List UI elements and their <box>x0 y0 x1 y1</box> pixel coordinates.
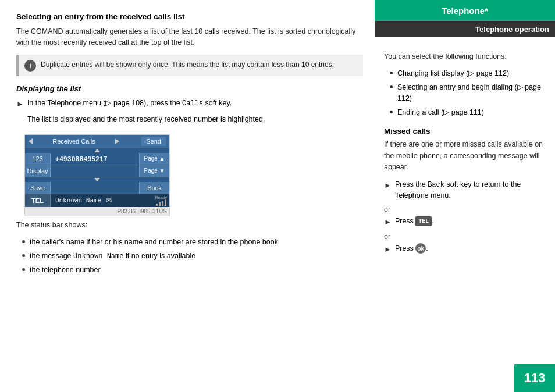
instruction-2: ► The list is displayed and the most rec… <box>16 114 363 126</box>
or-text-2: or <box>384 233 545 241</box>
right-bullet-dot-2 <box>390 85 393 88</box>
right-bullet-dot-3 <box>390 111 393 113</box>
nav-left-icon <box>29 138 33 144</box>
header: Telephone* Telephone operation <box>375 0 555 37</box>
scroll-down-icon <box>94 178 100 181</box>
right-bullet-text-2: Selecting an entry and begin dialing (▷ … <box>397 82 545 104</box>
right-instruction-1: ► Press the Back soft key to return to t… <box>384 179 545 201</box>
missed-calls-text: If there are one or more missed calls av… <box>384 139 545 173</box>
right-bullet-3: Ending a call (▷ page 111) <box>390 107 545 118</box>
info-box: i Duplicate entries will be shown only o… <box>16 55 363 76</box>
phone-screen: Received Calls Send 123 +493088495217 Pa… <box>25 135 169 207</box>
right-column: You can select the following functions: … <box>375 41 555 270</box>
unknown-name-cell: Unknown Name ✉ <box>51 194 139 207</box>
right-bullet-list: Changing list display (▷ page 112) Selec… <box>390 68 545 117</box>
calls-code: Calls <box>182 99 203 108</box>
nav-label: Received Calls <box>52 138 95 145</box>
sub-heading-displaying: Displaying the list <box>16 84 363 93</box>
right-bullet-1: Changing list display (▷ page 112) <box>390 68 545 79</box>
display-btn: Display <box>25 165 51 177</box>
right-instruction-1-text: Press the Back soft key to return to the… <box>395 179 545 201</box>
right-arrow-icon-3: ► <box>384 244 392 255</box>
back-btn: Back <box>139 182 169 194</box>
tel-button: TEL <box>415 216 432 226</box>
right-intro: You can select the following functions: <box>384 51 545 62</box>
bullet-text-3: the telephone number <box>30 265 101 276</box>
arrow-icon-1: ► <box>16 98 24 110</box>
tel-label: TEL <box>25 194 51 207</box>
right-instruction-3: ► Press ok. <box>384 243 545 255</box>
header-title: Telephone* <box>375 0 555 21</box>
phone-bottom-mid <box>51 182 139 194</box>
bullet-dot-1 <box>22 240 25 243</box>
send-btn: Send <box>141 137 166 146</box>
page-number: 113 <box>514 364 555 392</box>
unknown-name-code: Unknown Name <box>73 252 123 261</box>
or-text-1: or <box>384 205 545 213</box>
right-bullet-2: Selecting an entry and begin dialing (▷ … <box>390 82 545 104</box>
status-bar-intro: The status bar shows: <box>16 220 363 231</box>
right-arrow-icon-2: ► <box>384 216 392 228</box>
signal-bars <box>156 200 167 206</box>
envelope-icon: ✉ <box>106 197 112 205</box>
bullet-dot-3 <box>22 268 25 271</box>
instruction-2-text: The list is displayed and the most recen… <box>27 114 265 125</box>
phone-number: +493088495217 <box>51 153 139 165</box>
bullet-item-2: the message Unknown Name if no entry is … <box>22 251 363 262</box>
status-area: Ready <box>139 194 169 207</box>
signal-bar-2 <box>159 202 161 206</box>
phone-mid-empty <box>51 165 139 177</box>
signal-bar-4 <box>165 200 166 206</box>
phone-caption: P82.86-3985-31US <box>25 207 169 216</box>
right-instruction-2: ► Press TEL. <box>384 216 545 228</box>
intro-text: The COMAND automatically generates a lis… <box>16 26 363 49</box>
bullet-text-2: the message Unknown Name if no entry is … <box>30 251 195 262</box>
header-subtitle: Telephone operation <box>375 21 555 37</box>
right-bullet-dot-1 <box>390 72 393 74</box>
instruction-1: ► In the Telephone menu (▷ page 108), pr… <box>16 98 363 110</box>
bullet-item-3: the telephone number <box>22 265 363 276</box>
right-bullet-text-1: Changing list display (▷ page 112) <box>397 68 509 79</box>
bullet-list: the caller's name if her or his name and… <box>22 237 363 276</box>
page-down-btn: Page ▼ <box>139 165 169 177</box>
ok-button: ok <box>415 243 426 254</box>
main-content: Selecting an entry from the received cal… <box>0 0 375 392</box>
instruction-1-text: In the Telephone menu (▷ page 108), pres… <box>27 98 232 109</box>
nav-right-icon <box>115 138 119 144</box>
right-arrow-icon-1: ► <box>384 180 392 191</box>
info-box-text: Duplicate entries will be shown only onc… <box>41 59 334 70</box>
phone-cell-123: 123 <box>25 153 51 165</box>
save-btn: Save <box>25 182 51 194</box>
missed-calls-title: Missed calls <box>384 127 545 136</box>
unknown-name-text: Unknown Name <box>55 197 101 204</box>
bullet-dot-2 <box>22 254 25 257</box>
phone-display: Received Calls Send 123 +493088495217 Pa… <box>24 134 170 216</box>
signal-bar-3 <box>162 201 163 206</box>
bullet-item-1: the caller's name if her or his name and… <box>22 237 363 248</box>
signal-bar-1 <box>156 204 158 206</box>
right-bullet-text-3: Ending a call (▷ page 111) <box>397 107 484 118</box>
back-code: Back <box>428 181 444 189</box>
page-up-btn: Page ▲ <box>139 153 169 165</box>
scroll-up-icon <box>94 149 100 152</box>
right-instruction-2-text: Press TEL. <box>395 216 434 227</box>
right-instruction-3-text: Press ok. <box>395 243 428 254</box>
section-title: Selecting an entry from the received cal… <box>16 12 363 23</box>
bullet-text-1: the caller's name if her or his name and… <box>30 237 278 248</box>
info-icon: i <box>24 60 36 72</box>
ready-label: Ready <box>155 195 167 199</box>
